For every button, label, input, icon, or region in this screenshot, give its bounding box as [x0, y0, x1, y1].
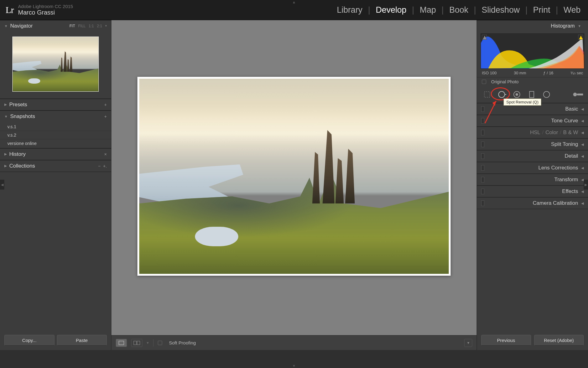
histogram-display[interactable] [481, 33, 584, 69]
detail-panel-header[interactable]: Detail ◀ [477, 150, 588, 162]
svg-rect-2 [137, 341, 140, 345]
radial-filter-tool-icon[interactable] [541, 90, 552, 99]
zoom-2-1[interactable]: 2:1 [97, 24, 102, 28]
transform-panel-header[interactable]: Transform ◀ [477, 174, 588, 186]
collections-header[interactable]: ▶ Collections −+. [0, 160, 111, 172]
panel-switch-icon[interactable] [481, 142, 484, 147]
svg-marker-4 [579, 36, 583, 39]
left-panel-grip-icon[interactable]: ◀ [0, 180, 4, 190]
user-name: Marco Grassi [18, 9, 73, 16]
zoom-fill[interactable]: FILL [78, 24, 86, 28]
crop-tool-icon[interactable] [482, 90, 492, 99]
soft-proofing-checkbox[interactable] [158, 341, 162, 345]
navigator-header[interactable]: ▼ Navigator FIT FILL 1:1 2:1 ♦ [0, 20, 111, 32]
navigator-panel: ▼ Navigator FIT FILL 1:1 2:1 ♦ [0, 20, 111, 99]
snapshot-item[interactable]: v.s.2 [0, 131, 111, 139]
effects-panel-header[interactable]: Effects ◀ [477, 186, 588, 197]
snapshot-item[interactable]: v.s.1 [0, 123, 111, 131]
zoom-1-1[interactable]: 1:1 [89, 24, 94, 28]
panel-switch-icon[interactable] [481, 130, 484, 135]
module-map[interactable]: Map [418, 5, 438, 15]
svg-point-6 [499, 91, 505, 98]
svg-rect-5 [484, 92, 490, 97]
module-web[interactable]: Web [562, 5, 582, 15]
panel-switch-icon[interactable] [481, 200, 484, 206]
soft-proofing-label: Soft Proofing [169, 340, 196, 345]
main-photo[interactable] [137, 77, 451, 276]
tooltip: Spot Removal (Q) [504, 99, 541, 106]
triangle-left-icon: ◀ [581, 119, 584, 123]
collections-remove-icon[interactable]: − [98, 164, 101, 169]
svg-rect-1 [134, 341, 136, 345]
top-panel-grip-icon[interactable]: ▲ [292, 0, 296, 4]
local-adjust-toolstrip: Spot Removal (Q) [477, 86, 588, 103]
triangle-left-icon: ◀ [581, 131, 584, 135]
graduated-filter-tool-icon[interactable] [526, 90, 537, 99]
zoom-fit[interactable]: FIT [70, 24, 75, 28]
split-toning-panel-header[interactable]: Split Toning ◀ [477, 138, 588, 150]
module-book[interactable]: Book [447, 5, 470, 15]
logo: Lr Adobe Lightroom CC 2015 Marco Grassi [6, 4, 73, 16]
presets-add-icon[interactable]: + [104, 102, 107, 107]
red-eye-tool-icon[interactable] [512, 90, 522, 99]
bw-tab[interactable]: B & W [563, 129, 578, 136]
copy-button[interactable]: Copy... [4, 335, 54, 346]
svg-rect-10 [530, 91, 534, 98]
view-before-after-icon[interactable] [131, 339, 142, 347]
lens-corrections-panel-header[interactable]: Lens Corrections ◀ [477, 162, 588, 174]
collections-add-icon[interactable]: +. [103, 164, 107, 169]
triangle-left-icon: ◀ [581, 190, 584, 194]
triangle-left-icon: ◀ [581, 107, 584, 111]
toolbar-menu-icon[interactable]: ▾ [464, 339, 472, 347]
hsl-panel-header[interactable]: HSL/ Color/ B & W ◀ [477, 127, 588, 138]
highlight-clipping-icon[interactable] [578, 35, 583, 40]
spot-removal-tool-icon[interactable] [497, 90, 507, 99]
panel-switch-icon[interactable] [481, 189, 484, 194]
right-panel-grip-icon[interactable]: ▶ [584, 180, 588, 190]
color-tab[interactable]: Color [545, 129, 558, 136]
panel-switch-icon[interactable] [481, 165, 484, 171]
hsl-tab[interactable]: HSL [530, 129, 540, 136]
svg-marker-3 [483, 36, 486, 39]
adjustment-brush-tool-icon[interactable] [573, 90, 583, 99]
module-library[interactable]: Library [335, 5, 365, 15]
svg-point-12 [573, 93, 577, 96]
svg-rect-0 [119, 341, 124, 345]
triangle-right-icon: ▶ [4, 152, 7, 156]
panel-switch-icon[interactable] [481, 177, 484, 182]
filmstrip-grip-icon[interactable]: ▼ [292, 364, 296, 368]
triangle-down-icon: ▼ [4, 24, 8, 28]
panel-switch-icon[interactable] [481, 106, 484, 112]
panel-switch-icon[interactable] [481, 153, 484, 159]
app-header: Lr Adobe Lightroom CC 2015 Marco Grassi … [0, 0, 588, 20]
tone-curve-panel-header[interactable]: Tone Curve ◀ [477, 115, 588, 127]
snapshot-item[interactable]: versione online [0, 139, 111, 147]
zoom-menu-icon[interactable]: ♦ [105, 24, 107, 28]
snapshots-add-icon[interactable]: + [104, 114, 107, 119]
svg-point-11 [543, 91, 550, 98]
triangle-down-icon: ▼ [578, 24, 581, 28]
triangle-left-icon: ◀ [581, 178, 584, 182]
navigator-zoom-picker: FIT FILL 1:1 2:1 ♦ [70, 24, 107, 28]
view-loupe-icon[interactable] [116, 339, 127, 347]
paste-button[interactable]: Paste [57, 335, 107, 346]
histogram-header[interactable]: Histogram ▼ [477, 20, 588, 32]
panel-switch-icon[interactable] [481, 118, 484, 124]
triangle-left-icon: ◀ [581, 142, 584, 147]
presets-header[interactable]: ▶ Presets + [0, 99, 111, 110]
module-slideshow[interactable]: Slideshow [480, 5, 521, 15]
navigator-thumbnail[interactable] [12, 37, 99, 92]
history-header[interactable]: ▶ History × [0, 149, 111, 160]
center-stage: ▾ Soft Proofing ▾ [111, 20, 477, 350]
snapshots-header[interactable]: ▼ Snapshots + [0, 111, 111, 122]
history-clear-icon[interactable]: × [104, 152, 107, 157]
module-develop[interactable]: Develop [374, 5, 408, 15]
camera-calibration-panel-header[interactable]: Camera Calibration ◀ [477, 197, 588, 209]
triangle-left-icon: ◀ [581, 201, 584, 205]
module-print[interactable]: Print [531, 5, 552, 15]
shadow-clipping-icon[interactable] [482, 35, 487, 40]
triangle-right-icon: ▶ [4, 164, 7, 168]
reset-button[interactable]: Reset (Adobe) [534, 335, 584, 346]
previous-button[interactable]: Previous [481, 335, 531, 346]
logo-mark: Lr [6, 5, 14, 15]
